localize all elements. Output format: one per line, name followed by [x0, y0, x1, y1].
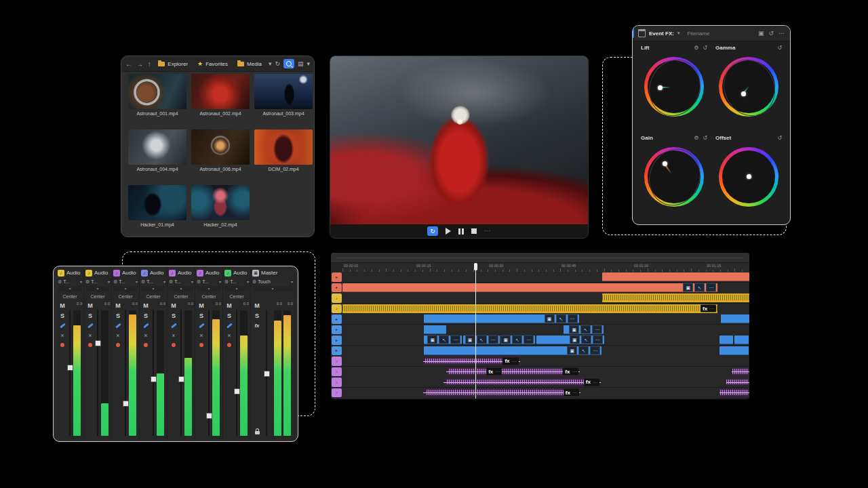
fader-handle[interactable]	[151, 376, 157, 382]
sends-icon[interactable]: ×	[225, 333, 233, 339]
video-clip[interactable]	[734, 336, 749, 344]
video-clip[interactable]: ▣↖⋯	[536, 336, 604, 344]
channel-name[interactable]: Audio	[178, 270, 191, 276]
crop-button[interactable]: ▣	[545, 314, 555, 323]
crop-button[interactable]: ▣	[427, 336, 437, 344]
gear-icon[interactable]: ⚙	[252, 279, 256, 284]
envelope-button[interactable]: ↖	[477, 336, 487, 344]
record-arm-button[interactable]	[172, 343, 176, 347]
solo-button[interactable]: S	[225, 313, 233, 319]
sends-icon[interactable]: ×	[142, 333, 150, 339]
crop-button[interactable]: ▣	[569, 325, 579, 333]
plugin-chain-icon[interactable]: ▣	[758, 30, 764, 37]
reset-icon[interactable]: ↺	[703, 135, 707, 141]
gear-icon[interactable]: ⚙	[113, 279, 117, 284]
record-arm-button[interactable]	[88, 343, 92, 347]
sends-icon[interactable]: ×	[86, 333, 94, 339]
audio-clip[interactable]	[732, 367, 749, 376]
play-button[interactable]	[446, 228, 451, 235]
sends-icon[interactable]: ×	[197, 333, 205, 339]
audio-clip[interactable]: fx⋯	[443, 378, 601, 386]
sends-icon[interactable]: ×	[114, 333, 122, 339]
file-thumbnail[interactable]	[191, 185, 250, 220]
fx-plugin-icon[interactable]	[115, 323, 121, 328]
fx-more-icon[interactable]: ⋯	[572, 390, 577, 395]
mute-button[interactable]: M	[114, 303, 122, 309]
crop-button[interactable]: ▣	[465, 336, 475, 344]
color-wheel-offset[interactable]	[719, 147, 778, 207]
stop-button[interactable]	[471, 228, 477, 234]
channel-name[interactable]: Audio	[150, 270, 163, 276]
channel-name[interactable]: Audio	[205, 270, 219, 276]
record-arm-button[interactable]	[144, 343, 148, 347]
fx-button[interactable]: fx⋯	[502, 357, 518, 365]
loop-playback-button[interactable]: ↻	[427, 226, 438, 236]
audio-clip[interactable]	[602, 293, 749, 302]
video-clip[interactable]	[424, 325, 446, 334]
automation-mode[interactable]: T...	[63, 279, 69, 284]
track-row[interactable]: ▣↖⋯	[342, 283, 749, 293]
solo-button[interactable]: S	[142, 313, 150, 319]
wheel-handle[interactable]	[747, 174, 751, 179]
solo-button[interactable]: S	[86, 313, 94, 319]
track-row[interactable]	[342, 272, 749, 283]
audio-clip[interactable]: fx⋯	[423, 357, 519, 365]
crop-button[interactable]: ▣	[500, 336, 511, 344]
channel-name[interactable]: Audio	[122, 270, 136, 276]
envelope-button[interactable]: ↖	[578, 346, 589, 354]
mute-button[interactable]: M	[58, 303, 66, 309]
automation-mode[interactable]: Touch	[258, 279, 271, 284]
video-clip[interactable]	[719, 346, 749, 355]
track-header-audio[interactable]: ♪	[332, 293, 342, 303]
clip-more-button[interactable]: ⋯	[590, 346, 600, 354]
chevron-down-icon[interactable]: ▾	[80, 279, 82, 284]
fx-more-icon[interactable]: ⋯	[709, 306, 714, 311]
file-item[interactable]: Hacker_01.mp4	[128, 185, 186, 227]
file-item[interactable]: Astronaut_004.mp4	[128, 129, 186, 171]
tab-explorer[interactable]: Explorer	[155, 60, 191, 68]
file-item[interactable]: Astronaut_001.mp4	[128, 74, 186, 116]
pan-control[interactable]: Center	[169, 293, 193, 300]
fader-handle[interactable]	[234, 388, 240, 394]
file-item[interactable]: Astronaut_003.mp4	[254, 74, 313, 116]
fader-handle[interactable]	[67, 365, 73, 371]
video-clip[interactable]: ▣↖⋯	[424, 346, 601, 355]
record-arm-button[interactable]	[116, 343, 120, 347]
gear-icon[interactable]: ⚙	[141, 279, 145, 284]
fx-button[interactable]: fx⋯	[584, 378, 599, 386]
wheel-handle[interactable]	[741, 92, 746, 96]
fader-handle[interactable]	[206, 413, 212, 419]
gear-icon[interactable]: ⚙	[224, 279, 229, 284]
reset-icon[interactable]: ↺	[703, 45, 707, 51]
view-mode-icon[interactable]: ▤	[298, 60, 304, 67]
collapse-chevron[interactable]: ▾	[113, 286, 138, 291]
track-row[interactable]: ▣↖⋯	[342, 346, 749, 357]
chevron-down-icon[interactable]: ▾	[307, 60, 310, 67]
pause-button[interactable]	[458, 228, 464, 235]
track-header-audio[interactable]: ♪	[332, 378, 342, 387]
sends-icon[interactable]: ×	[170, 333, 178, 339]
fx-plugin-icon[interactable]	[143, 323, 149, 328]
audio-clip[interactable]: fx⋯fx⋯	[446, 367, 580, 376]
video-clip[interactable]	[721, 314, 749, 323]
file-thumbnail[interactable]	[254, 74, 313, 109]
audio-clip[interactable]	[719, 388, 749, 397]
channel-name[interactable]: Audio	[66, 270, 80, 276]
pan-control[interactable]: Center	[113, 293, 138, 300]
clip-more-button[interactable]: ⋯	[488, 336, 498, 344]
fx-plugin-icon[interactable]	[60, 323, 66, 328]
fx-button[interactable]: fx⋯	[563, 368, 578, 375]
fx-plugin-icon[interactable]	[171, 323, 177, 328]
pan-control[interactable]: Center	[224, 293, 249, 300]
chevron-down-icon[interactable]: ▾	[108, 279, 110, 284]
up-button[interactable]: ↑	[147, 60, 151, 68]
gear-icon[interactable]: ⚙	[85, 279, 90, 284]
fx-more-icon[interactable]: ⋯	[593, 380, 597, 384]
solo-button[interactable]: S	[114, 313, 122, 319]
gear-icon[interactable]: ⚙	[197, 279, 201, 284]
back-button[interactable]: ←	[125, 60, 132, 68]
solo-button[interactable]: S	[58, 313, 66, 319]
automation-mode[interactable]: T...	[230, 279, 236, 284]
gear-icon[interactable]: ⚙	[169, 279, 173, 284]
pan-control[interactable]: Center	[197, 293, 221, 300]
